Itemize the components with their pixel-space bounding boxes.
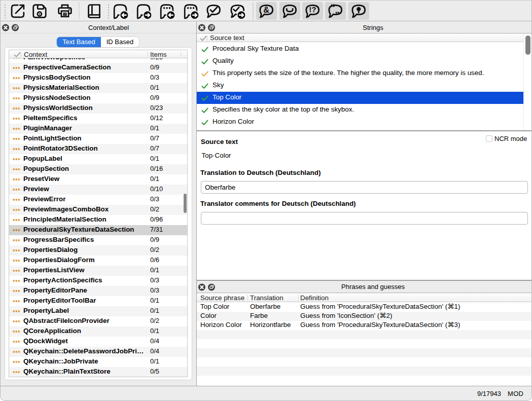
svg-text:„: „ <box>335 4 340 15</box>
svg-text:&: & <box>263 5 269 14</box>
svg-text:!?: !? <box>309 5 316 14</box>
